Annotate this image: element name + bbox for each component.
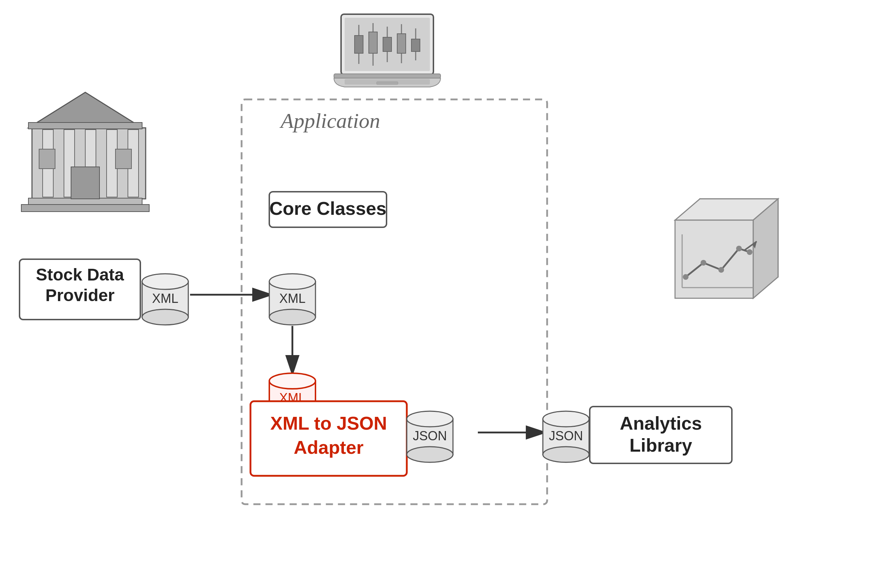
svg-rect-27: [116, 149, 131, 169]
svg-marker-31: [675, 220, 753, 298]
svg-point-33: [701, 260, 706, 266]
svg-point-58: [269, 373, 315, 389]
svg-rect-5: [369, 32, 377, 53]
svg-text:JSON: JSON: [413, 428, 447, 443]
main-diagram: Application: [0, 0, 896, 588]
bank-building-icon: [21, 92, 149, 212]
svg-rect-9: [397, 34, 406, 53]
xml-to-json-adapter-box: XML to JSON Adapter: [250, 401, 407, 476]
svg-rect-12: [334, 74, 440, 78]
stock-data-provider-box: Stock Data Provider: [20, 259, 140, 319]
svg-text:Library: Library: [629, 435, 692, 456]
xml-cylinder-middle: XML: [269, 274, 315, 325]
json-cylinder-right: JSON: [543, 411, 589, 462]
svg-rect-19: [21, 205, 149, 212]
svg-rect-25: [71, 167, 99, 199]
svg-text:Provider: Provider: [46, 286, 115, 305]
laptop-icon: [334, 14, 440, 87]
svg-rect-3: [355, 35, 363, 53]
svg-point-32: [683, 274, 689, 280]
xml-cylinder-left: XML: [142, 274, 188, 325]
svg-point-69: [543, 447, 589, 462]
svg-text:XML: XML: [279, 291, 306, 306]
core-classes-box: Core Classes: [269, 192, 387, 227]
svg-text:XML: XML: [152, 291, 178, 306]
svg-point-36: [747, 249, 753, 255]
application-label: Application: [279, 109, 380, 132]
svg-rect-14: [376, 82, 398, 85]
analytics-cube-icon: [675, 199, 778, 298]
svg-rect-7: [383, 37, 392, 52]
json-cylinder-adapter: JSON: [407, 411, 453, 462]
svg-point-35: [736, 246, 742, 251]
svg-text:Analytics: Analytics: [620, 413, 702, 433]
analytics-library-box: Analytics Library: [590, 407, 732, 463]
svg-rect-17: [28, 123, 142, 129]
svg-text:XML to JSON: XML to JSON: [270, 413, 387, 433]
svg-point-51: [269, 274, 315, 289]
diagram-container: Application: [0, 0, 896, 588]
svg-text:Adapter: Adapter: [294, 437, 363, 458]
svg-point-65: [407, 411, 453, 427]
svg-text:Stock Data: Stock Data: [36, 265, 124, 284]
svg-point-70: [543, 411, 589, 427]
svg-rect-11: [411, 39, 420, 52]
svg-point-50: [269, 309, 315, 325]
svg-text:Core Classes: Core Classes: [269, 198, 387, 219]
svg-point-34: [718, 267, 724, 273]
svg-rect-26: [39, 149, 55, 169]
svg-point-64: [407, 447, 453, 462]
svg-text:JSON: JSON: [549, 428, 583, 443]
svg-point-46: [142, 274, 188, 289]
svg-point-45: [142, 309, 188, 325]
